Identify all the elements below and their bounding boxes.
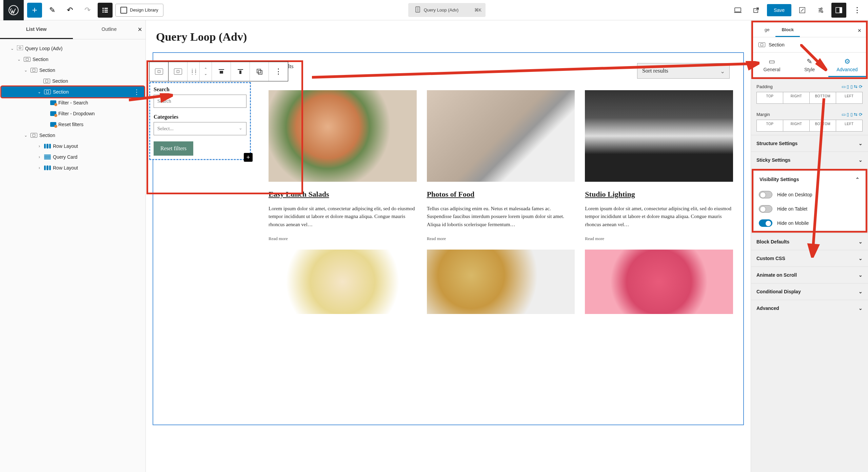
tree-label: Filter - Search [58, 100, 88, 105]
page-title-pill[interactable]: Query Loop (Adv) ⌘K [408, 3, 486, 17]
tree-row-filter-search[interactable]: Filter - Search [1, 97, 144, 108]
padding-bottom-input[interactable]: BOTTOM [809, 92, 836, 104]
tree-row-root[interactable]: ⌄ Query Loop (Adv) [1, 43, 144, 54]
design-library-button[interactable]: Design Library [115, 4, 163, 17]
hide-tablet-label: Hide on Tablet [777, 206, 807, 212]
chevron-up-icon: ⌃ [855, 177, 860, 182]
reset-filters-button[interactable]: Reset filters [154, 141, 193, 156]
tab-outline[interactable]: Outline [73, 20, 146, 39]
hide-tablet-row: Hide on Tablet [754, 202, 865, 216]
tree-row-row-layout[interactable]: › Row Layout [1, 141, 144, 152]
tab-block[interactable]: Block [775, 22, 800, 37]
tree-row-section[interactable]: Section [1, 76, 144, 86]
page-icon [415, 6, 420, 14]
padding-right-input[interactable]: RIGHT [783, 92, 810, 104]
tree-row-filter-dropdown[interactable]: Filter - Dropdown [1, 108, 144, 119]
margin-right-input[interactable]: RIGHT [783, 120, 810, 132]
drag-handle-icon[interactable]: ⋮⋮⋮⋮ [188, 62, 200, 81]
editor-canvas[interactable]: Query Loop (Adv) ⋮⋮⋮⋮ ⌃⌄ ⋮ Search Catego… [146, 20, 751, 472]
chevron-down-icon: ⌄ [859, 306, 863, 311]
conditional-display-section[interactable]: Conditional Display⌄ [751, 283, 868, 300]
wordpress-logo-icon[interactable] [3, 0, 24, 20]
page-title-text: Query Loop (Adv) [424, 7, 459, 13]
template-edit-icon[interactable] [795, 3, 810, 18]
list-view-icon[interactable] [98, 3, 113, 18]
tree-row-section-selected[interactable]: ⌄ Section [1, 86, 144, 97]
tree-row-row-layout[interactable]: › Row Layout [1, 162, 144, 173]
tab-list-view[interactable]: List View [0, 20, 73, 39]
structure-settings-section[interactable]: Structure Settings⌄ [751, 135, 868, 152]
sort-select[interactable]: Sort results [637, 63, 730, 79]
margin-top-input[interactable]: TOP [756, 120, 783, 132]
subtab-advanced[interactable]: ⚙ Advanced [828, 53, 866, 77]
subtab-style[interactable]: ✎ Style [791, 53, 828, 77]
sidebar-toggle-icon[interactable] [831, 3, 846, 18]
add-block-button[interactable]: + [27, 3, 42, 18]
block-type-button[interactable] [169, 62, 188, 81]
close-settings-icon[interactable]: × [857, 27, 861, 34]
subtab-general[interactable]: ▭ General [753, 53, 791, 77]
block-toolbar: ⋮⋮⋮⋮ ⌃⌄ ⋮ [149, 62, 288, 81]
padding-top-input[interactable]: TOP [756, 92, 783, 104]
tree-row-section[interactable]: ⌄ Section [1, 65, 144, 76]
tree-row-reset-filters[interactable]: Reset filters [1, 119, 144, 130]
undo-icon[interactable]: ↶ [62, 3, 77, 18]
visibility-settings-section[interactable]: Visibility Settings⌃ [754, 171, 865, 188]
close-sidebar-icon[interactable]: × [138, 25, 142, 34]
margin-left-input[interactable]: LEFT [836, 120, 863, 132]
responsive-icons[interactable]: ▭ ▯ ▯ ⇆ ⟳ [842, 84, 863, 89]
padding-label: Padding [756, 84, 773, 89]
read-more-link[interactable]: Read more [585, 236, 733, 241]
edit-icon[interactable]: ✎ [45, 3, 60, 18]
external-link-icon[interactable] [749, 3, 764, 18]
caret-down-icon: ⌄ [23, 68, 28, 73]
categories-select[interactable] [154, 122, 246, 135]
advanced-section[interactable]: Advanced⌄ [751, 300, 868, 316]
padding-left-input[interactable]: LEFT [836, 92, 863, 104]
query-card[interactable]: Studio Lighting Lorem ipsum dolor sit am… [585, 90, 733, 241]
save-button[interactable]: Save [767, 4, 791, 16]
svg-rect-4 [104, 9, 108, 11]
card-title[interactable]: Photos of Food [427, 190, 575, 199]
tree-row-query-card[interactable]: › Query Card [1, 152, 144, 162]
search-input[interactable] [154, 95, 246, 108]
move-arrows[interactable]: ⌃⌄ [200, 62, 212, 81]
animate-scroll-section[interactable]: Animate on Scroll⌄ [751, 267, 868, 283]
page-heading[interactable]: Query Loop (Adv) [156, 31, 744, 43]
align-button[interactable] [212, 62, 231, 81]
parent-block-button[interactable] [150, 62, 169, 81]
tree-row-section[interactable]: ⌄ Section [1, 130, 144, 141]
hide-desktop-row: Hide on Desktop [754, 188, 865, 202]
query-card[interactable]: Photos of Food Tellus cras adipiscing en… [427, 90, 575, 241]
read-more-link[interactable]: Read more [427, 236, 575, 241]
query-card[interactable]: Easy Lunch Salads Lorem ipsum dolor sit … [269, 90, 417, 241]
hide-mobile-row: Hide on Mobile [754, 216, 865, 230]
more-options-icon[interactable]: ⋮ [269, 62, 288, 81]
hide-tablet-toggle[interactable] [759, 205, 772, 213]
vertical-align-button[interactable] [231, 62, 250, 81]
toolbar-left-group: + ✎ ↶ ↷ Design Library [27, 3, 163, 18]
tree-row-section[interactable]: ⌄ Section [1, 54, 144, 65]
card-title[interactable]: Studio Lighting [585, 190, 733, 199]
settings-toggle-icon[interactable] [813, 3, 828, 18]
sticky-settings-section[interactable]: Sticky Settings⌄ [751, 152, 868, 168]
tab-page[interactable]: ge [756, 22, 775, 37]
card-image [585, 250, 733, 314]
responsive-icons[interactable]: ▭ ▯ ▯ ⇆ ⟳ [842, 112, 863, 117]
caret-down-icon: ⌄ [23, 133, 28, 138]
card-title[interactable]: Easy Lunch Salads [269, 190, 417, 199]
block-defaults-section[interactable]: Block Defaults⌄ [751, 233, 868, 250]
read-more-link[interactable]: Read more [269, 236, 417, 241]
copy-style-button[interactable] [250, 62, 269, 81]
hide-desktop-toggle[interactable] [759, 191, 772, 198]
custom-css-section[interactable]: Custom CSS⌄ [751, 250, 868, 267]
more-options-icon[interactable]: ⋮ [850, 3, 865, 18]
filter-panel-block[interactable]: Search Categories ⌄ Reset filters + [149, 82, 251, 160]
add-block-inline-button[interactable]: + [244, 153, 253, 162]
margin-bottom-input[interactable]: BOTTOM [809, 120, 836, 132]
chevron-down-icon: ⌄ [859, 141, 863, 146]
hide-mobile-toggle[interactable] [759, 219, 772, 227]
device-preview-icon[interactable] [730, 3, 745, 18]
settings-scroll[interactable]: Padding ▭ ▯ ▯ ⇆ ⟳ TOP RIGHT BOTTOM LEFT … [751, 79, 868, 472]
redo-icon[interactable]: ↷ [80, 3, 95, 18]
